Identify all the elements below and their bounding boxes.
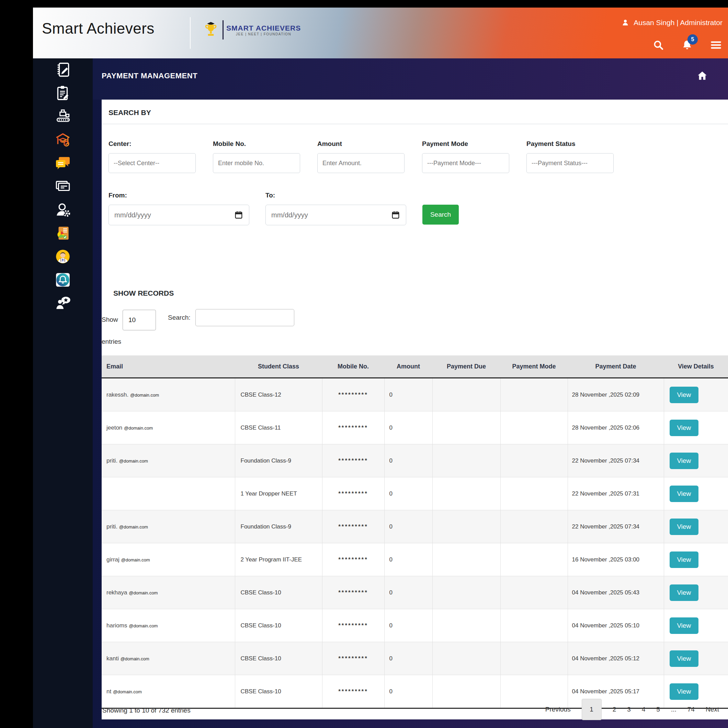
col-payment-mode[interactable]: Payment Mode — [500, 355, 567, 378]
table-row: kanti @domain.com CBSE Class-10 ********… — [102, 642, 728, 675]
col-payment-date[interactable]: Payment Date — [567, 355, 664, 378]
production-icon[interactable] — [54, 108, 72, 125]
from-label: From: — [109, 192, 249, 199]
search-button[interactable]: Search — [422, 205, 459, 225]
mobile-cell: ********* — [322, 576, 384, 609]
payment-date-cell: 04 November ,2025 05:43 — [567, 576, 664, 609]
calendar-icon[interactable] — [234, 210, 243, 220]
amount-cell: 0 — [384, 576, 432, 609]
pagination-previous[interactable]: Previous — [545, 706, 571, 713]
payment-status-select[interactable]: ---Payment Status--- — [526, 153, 614, 173]
col-view-details[interactable]: View Details — [664, 355, 728, 378]
pagination-next[interactable]: Next — [706, 706, 719, 713]
payment-mode-select[interactable]: ---Payment Mode--- — [422, 153, 509, 173]
payment-due-cell — [432, 477, 500, 510]
amount-cell: 0 — [384, 543, 432, 576]
cards-icon[interactable] — [54, 178, 72, 195]
table-row: priti. @domain.com Foundation Class-9 **… — [102, 510, 728, 543]
payment-due-cell — [432, 576, 500, 609]
pagination-page-2[interactable]: 2 — [613, 706, 616, 713]
student-class-cell: 2 Year Program IIT-JEE — [235, 543, 322, 576]
entries-label: entries — [102, 338, 121, 346]
payments-table: Email Student Class Mobile No. Amount Pa… — [102, 355, 728, 709]
clipboard-tasks-icon[interactable] — [54, 84, 72, 102]
pagination-page-1[interactable]: 1 — [582, 699, 602, 720]
payment-mode-cell — [500, 411, 567, 444]
table-row: harioms @domain.com CBSE Class-10 ******… — [102, 609, 728, 642]
payment-mode-cell — [500, 576, 567, 609]
from-date-value: mm/dd/yyyy — [114, 211, 151, 219]
view-button[interactable]: View — [670, 584, 699, 601]
view-button[interactable]: View — [670, 518, 699, 535]
view-button[interactable]: View — [670, 453, 699, 469]
mobile-cell: ********* — [322, 543, 384, 576]
table-search-input[interactable] — [196, 309, 294, 326]
col-email[interactable]: Email — [102, 355, 235, 378]
notifications-bell[interactable]: 5 — [681, 39, 693, 51]
pagination-page-5[interactable]: 5 — [656, 706, 660, 713]
mobile-cell: ********* — [322, 444, 384, 477]
table-header-row: Email Student Class Mobile No. Amount Pa… — [102, 355, 728, 378]
view-button[interactable]: View — [670, 684, 699, 700]
view-button[interactable]: View — [670, 618, 699, 634]
view-button[interactable]: View — [670, 650, 699, 667]
email-domain: @domain.com — [119, 459, 148, 463]
pagination-page-74[interactable]: 74 — [687, 706, 695, 713]
view-button[interactable]: View — [670, 420, 699, 436]
col-student-class[interactable]: Student Class — [235, 355, 322, 378]
notes-edit-icon[interactable] — [54, 61, 72, 78]
mobile-cell: ********* — [322, 642, 384, 675]
mobile-cell: ********* — [322, 609, 384, 642]
to-date-value: mm/dd/yyyy — [271, 211, 308, 219]
from-date-input[interactable]: mm/dd/yyyy — [109, 205, 249, 225]
email-domain: @domain.com — [129, 590, 158, 595]
view-button[interactable]: View — [670, 486, 699, 502]
feedback-icon[interactable] — [54, 295, 72, 312]
mobile-input[interactable] — [213, 153, 300, 173]
email-name: priti. — [107, 523, 118, 530]
email-domain: @domain.com — [119, 525, 148, 529]
payment-management-page: Smart Achievers SMART ACHIEVERS JEE | NE… — [0, 0, 728, 728]
amount-input[interactable] — [317, 153, 405, 173]
to-date-group: To: mm/dd/yyyy — [265, 192, 406, 225]
center-select[interactable]: --Select Center-- — [109, 153, 196, 173]
notifications-app-icon[interactable] — [54, 271, 72, 289]
col-mobile[interactable]: Mobile No. — [322, 355, 384, 378]
email-name: kanti — [107, 655, 119, 662]
chat-icon[interactable] — [54, 154, 72, 172]
app-title: Smart Achievers — [42, 20, 154, 37]
col-amount[interactable]: Amount — [384, 355, 432, 378]
table-row: jeeton @domain.com CBSE Class-11 *******… — [102, 411, 728, 444]
payment-date-cell: 22 November ,2025 07:31 — [567, 477, 664, 510]
page-title-bar: PAYMENT MANAGEMENT — [93, 58, 728, 99]
pagination-page-3[interactable]: 3 — [627, 706, 631, 713]
app-header: Smart Achievers SMART ACHIEVERS JEE | NE… — [33, 8, 728, 58]
col-payment-due[interactable]: Payment Due — [432, 355, 500, 378]
calendar-icon[interactable] — [391, 210, 401, 220]
search-icon[interactable] — [653, 39, 664, 51]
mobile-cell: ********* — [322, 477, 384, 510]
email-domain: @domain.com — [113, 689, 142, 694]
entries-per-page-select[interactable]: 10 — [122, 310, 156, 330]
payment-mode-cell — [500, 477, 567, 510]
content-card: SEARCH BY Center: --Select Center-- Mobi… — [102, 99, 728, 719]
profile-icon[interactable] — [54, 248, 72, 265]
student-class-cell: CBSE Class-10 — [235, 576, 322, 609]
hamburger-menu-icon[interactable] — [710, 39, 722, 51]
show-label: Show — [102, 316, 118, 323]
pagination-ellipsis: ... — [671, 706, 676, 713]
amount-cell: 0 — [384, 609, 432, 642]
payment-due-cell — [432, 444, 500, 477]
home-icon[interactable] — [696, 70, 708, 82]
email-name: harioms — [107, 622, 127, 629]
view-button[interactable]: View — [670, 387, 699, 403]
view-button[interactable]: View — [670, 552, 699, 568]
school-icon[interactable] — [54, 131, 72, 148]
user-menu[interactable]: Ausan Singh | Administrator — [621, 18, 722, 27]
to-date-input[interactable]: mm/dd/yyyy — [265, 205, 406, 225]
payment-date-cell: 22 November ,2025 07:34 — [567, 510, 664, 543]
mobile-cell: ********* — [322, 675, 384, 708]
user-settings-icon[interactable] — [54, 201, 72, 219]
pagination-page-4[interactable]: 4 — [642, 706, 645, 713]
reports-icon[interactable] — [54, 225, 72, 242]
